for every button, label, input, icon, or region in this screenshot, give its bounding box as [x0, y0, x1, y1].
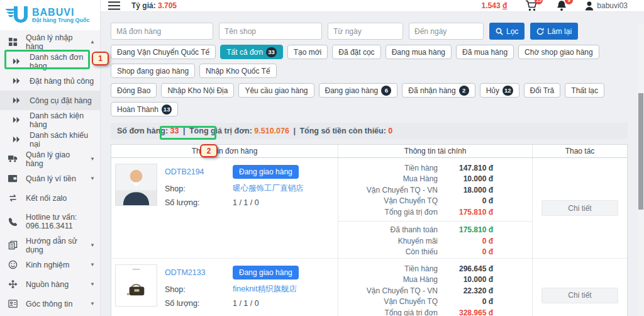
- header-actions: Thao tác: [533, 145, 627, 157]
- detail-button[interactable]: Chi tiết: [541, 200, 618, 216]
- sidebar-item-nguon-hang[interactable]: Nguồn hàng: [0, 274, 100, 294]
- summary-bar: Số đơn hàng: 33 | Tổng giá trị đơn: 9.51…: [111, 123, 628, 139]
- scrollbar-thumb[interactable]: [638, 93, 643, 210]
- shop-link[interactable]: fineknit精织旗舰店: [233, 284, 299, 295]
- tab-yeu-cau-giao-hang[interactable]: Yêu cầu giao hàng: [238, 83, 314, 98]
- sidebar-item-quan-ly-giao-hang[interactable]: Quản lý giao hàng: [0, 149, 100, 169]
- order-status-button[interactable]: Đang giao hàng: [233, 165, 299, 179]
- phone-icon: [8, 217, 18, 227]
- finance-cell: Tiền hàng296.645 đ Mua Hàng10.000 đ Vận …: [338, 259, 533, 316]
- sidebar-item-danh-sach-khieu-nai[interactable]: Danh sách khiếu nại: [0, 130, 100, 149]
- app-root: BABUVI Đặt hàng Trung Quốc Quản lý nhập …: [0, 0, 644, 316]
- tab-dang-van-chuyen-quoc-te[interactable]: Đang Vận Chuyển Quốc Tế: [111, 45, 216, 59]
- from-date-input[interactable]: [328, 23, 403, 40]
- tab-da-nhan-hang[interactable]: Đã nhận hàng2: [402, 83, 475, 98]
- book-icon: [8, 240, 18, 251]
- finance-label: Khuyến mãi: [338, 237, 438, 245]
- order-code-link[interactable]: ODTB2194: [165, 167, 233, 176]
- tab-cho-shop-giao-hang[interactable]: Chờ shop giao hàng: [518, 45, 599, 59]
- sidebar-item-quan-ly-vi-tien[interactable]: Quản lý ví tiền: [0, 169, 100, 188]
- logo[interactable]: BABUVI Đặt hàng Trung Quốc: [0, 0, 100, 30]
- order-status-button[interactable]: Đang giao hàng: [233, 266, 299, 279]
- sidebar-item-danh-sach-don-hang[interactable]: Danh sách đơn hàng: [0, 52, 100, 71]
- truck-icon: [8, 154, 18, 164]
- tab-dang-giao-hang[interactable]: Đang giao hàng6: [319, 83, 398, 98]
- tab-count-badge: 13: [162, 104, 172, 115]
- wallet-balance[interactable]: 1.543 đ: [482, 1, 508, 10]
- order-arrow-icon: [11, 135, 21, 145]
- finance-label: Vận Chuyển TQ: [338, 297, 438, 306]
- user-menu[interactable]: babuvi03: [585, 1, 628, 11]
- sidebar-item-goc-thong-tin[interactable]: Góc thông tin: [0, 294, 100, 313]
- payment-group: Đã thanh toán175.810 đ Khuyến mãi0 đ Còn…: [338, 221, 532, 258]
- tab-da-dat-coc[interactable]: Đã đặt cọc: [332, 45, 380, 59]
- shop-name-input[interactable]: [219, 23, 322, 40]
- sidebar-item-hotline[interactable]: Hotline tư vấn: 096.116.3411: [0, 208, 100, 235]
- quantity-label: Số lượng:: [165, 299, 233, 308]
- sidebar: BABUVI Đặt hàng Trung Quốc Quản lý nhập …: [0, 0, 101, 316]
- order-code-link[interactable]: ODTM2133: [165, 268, 233, 277]
- to-date-input[interactable]: [409, 23, 484, 40]
- tab-dong-bao[interactable]: Đóng Bao: [111, 83, 157, 98]
- finance-value: 175.810 đ: [438, 225, 532, 234]
- cart-icon[interactable]: 15: [525, 0, 538, 11]
- product-image[interactable]: [115, 164, 157, 206]
- sidebar-item-label: Đặt hàng thủ công: [30, 77, 95, 86]
- reset-button[interactable]: Làm lại: [530, 23, 578, 40]
- sidebar-item-huong-dan-su-dung[interactable]: Hướng dẫn sử dụng: [0, 235, 100, 255]
- tab-doi-tra[interactable]: Đổi Trả: [524, 83, 561, 98]
- orders-count-label: Số đơn hàng:: [117, 127, 168, 135]
- annotation-callout-1: 1: [92, 52, 109, 65]
- caret-down-icon: [89, 242, 95, 248]
- finance-value: 147.810 đ: [438, 164, 532, 172]
- table-header: Thông tin đơn hàng Thông tin tài chính T…: [111, 145, 627, 158]
- tab-hoan-thanh[interactable]: Hoàn Thành13: [111, 102, 178, 116]
- detail-button[interactable]: Chi tiết: [541, 288, 618, 303]
- sidebar-item-label: Quản lý nhập hàng: [26, 33, 80, 51]
- quantity-label: Số lượng:: [165, 198, 233, 207]
- tab-shop-dang-giao-hang[interactable]: Shop đang giao hàng: [111, 64, 195, 78]
- header-finance-info: Thông tin tài chính: [338, 145, 533, 157]
- tab-that-lac[interactable]: Thất lạc: [565, 83, 604, 98]
- tab-huy[interactable]: Hủy12: [480, 83, 519, 98]
- caret-down-icon: [89, 176, 95, 181]
- order-info: ODTM2133 Đang giao hàng Shop: fineknit精织…: [165, 264, 299, 316]
- tab-tao-moi[interactable]: Tạo mới: [287, 45, 328, 59]
- product-image[interactable]: [115, 264, 157, 307]
- sidebar-item-ket-noi-zalo[interactable]: Kết nối zalo: [0, 188, 100, 208]
- tab-nhap-kho-noi-dia[interactable]: Nhập Kho Nội Địa: [161, 83, 234, 98]
- sidebar-item-label: Quản lý ví tiền: [26, 174, 80, 183]
- sidebar-item-danh-sach-kien-hang[interactable]: Danh sách kiện hàng: [0, 110, 100, 130]
- shop-link[interactable]: 暖心服饰工厂直销店: [233, 183, 304, 194]
- scrollbar-track[interactable]: [638, 24, 644, 316]
- caret-up-icon: [89, 39, 95, 45]
- table-row: ODTM2133 Đang giao hàng Shop: fineknit精织…: [111, 259, 627, 316]
- tab-da-mua-hang[interactable]: Đã mua hàng: [456, 45, 514, 59]
- sidebar-item-cong-cu-dat-hang[interactable]: Công cụ đặt hàng: [0, 91, 100, 110]
- id-card-icon: [8, 299, 18, 309]
- tab-nhap-kho-quoc-te[interactable]: Nhập Kho Quốc Tế: [199, 64, 277, 78]
- username: babuvi03: [597, 1, 628, 10]
- smiley-icon: [8, 260, 18, 270]
- sidebar-item-quan-ly-nhap-hang[interactable]: Quản lý nhập hàng: [0, 32, 100, 52]
- bell-icon[interactable]: 9: [555, 0, 568, 11]
- filter-button[interactable]: Lọc: [489, 23, 525, 40]
- sidebar-item-dat-hang-thu-cong[interactable]: Đặt hàng thủ công: [0, 71, 100, 91]
- hamburger-icon[interactable]: [108, 1, 120, 10]
- finance-value: 0 đ: [438, 297, 532, 306]
- tab-tat-ca-don[interactable]: Tất cả đơn33: [220, 45, 282, 59]
- finance-cell: Tiền hàng147.810 đ Mua Hàng10.000 đ Vận …: [338, 158, 533, 258]
- order-code-input[interactable]: [111, 23, 213, 40]
- tab-dang-mua-hang[interactable]: Đang mua hàng: [386, 45, 452, 59]
- order-arrow-icon: [11, 115, 21, 125]
- move-icon: [8, 279, 18, 290]
- finance-value: 10.000 đ: [438, 174, 532, 183]
- sidebar-item-label: Quản lý giao hàng: [26, 150, 80, 168]
- finance-label: Vận Chuyển TQ - VN: [338, 286, 438, 295]
- finance-label: Vận Chuyển TQ: [338, 196, 438, 205]
- grid-icon: [8, 37, 18, 47]
- sidebar-item-label: Hướng dẫn sử dụng: [26, 237, 80, 254]
- finance-value: 0 đ: [438, 237, 532, 245]
- sidebar-item-kinh-nghiem[interactable]: Kinh nghiệm: [0, 255, 100, 274]
- order-arrow-icon: [11, 57, 21, 67]
